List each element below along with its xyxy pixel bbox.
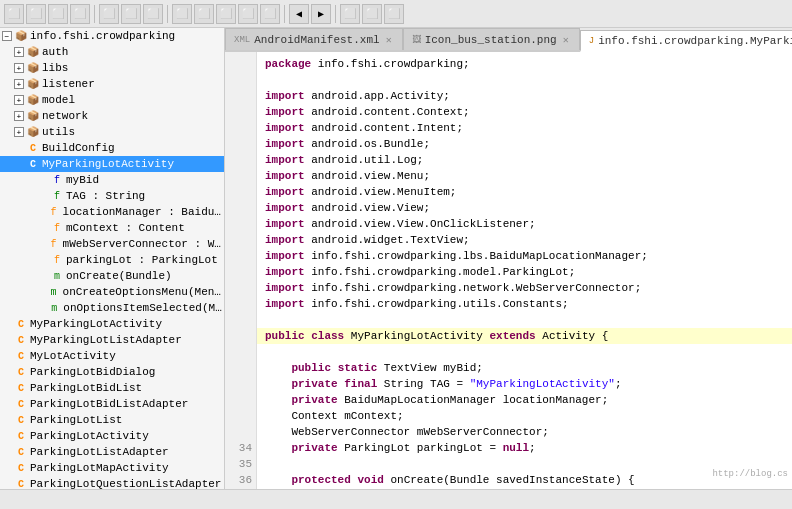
toolbar-btn-6[interactable]: ⬜ [121,4,141,24]
toolbar-btn-14[interactable]: ▶ [311,4,331,24]
expand-icon[interactable]: + [14,95,24,105]
line-number [225,424,256,440]
sidebar-item-s18[interactable]: monOptionsItemSelected(MenuItem) [0,300,224,316]
sidebar-item-s6[interactable]: +📦network [0,108,224,124]
line-number [225,168,256,184]
toolbar-btn-2[interactable]: ⬜ [26,4,46,24]
sidebar-item-s7[interactable]: +📦utils [0,124,224,140]
line-number: 36 [225,472,256,488]
line-number: 35 [225,456,256,472]
tab-close-btn[interactable]: ✕ [384,34,394,46]
item-type-icon: C [26,157,40,171]
sidebar-item-s11[interactable]: fTAG : String [0,188,224,204]
expand-icon[interactable]: + [14,127,24,137]
sidebar-item-s13[interactable]: fmContext : Content [0,220,224,236]
item-label: myBid [66,174,99,186]
expand-icon[interactable]: + [14,111,24,121]
line-number [225,376,256,392]
item-label: ParkingLotBidListAdapter [30,398,188,410]
sidebar-item-s23[interactable]: CParkingLotBidList [0,380,224,396]
img-icon: 🖼 [412,34,421,45]
item-type-icon: C [14,397,28,411]
sidebar-item-s8[interactable]: CBuildConfig [0,140,224,156]
expand-icon[interactable]: − [2,31,12,41]
item-type-icon: C [14,349,28,363]
toolbar-btn-5[interactable]: ⬜ [99,4,119,24]
code-line: import android.view.View.OnClickListener… [265,218,536,230]
sidebar-item-s17[interactable]: monCreateOptionsMenu(Menu) : hoo... [0,284,224,300]
item-label: ParkingLotQuestionListAdapter [30,478,221,489]
expand-icon[interactable]: + [14,47,24,57]
code-content[interactable]: package info.fshi.crowdparking; import a… [257,52,792,489]
toolbar-btn-11[interactable]: ⬜ [238,4,258,24]
toolbar-btn-13[interactable]: ◀ [289,4,309,24]
toolbar-btn-9[interactable]: ⬜ [194,4,214,24]
toolbar-btn-16[interactable]: ⬜ [362,4,382,24]
line-number [225,280,256,296]
sidebar-item-s28[interactable]: CParkingLotMapActivity [0,460,224,476]
tab-close-btn[interactable]: ✕ [561,34,571,46]
sidebar-item-s9[interactable]: CMyParkingLotActivity [0,156,224,172]
toolbar-btn-17[interactable]: ⬜ [384,4,404,24]
sidebar-item-s4[interactable]: +📦listener [0,76,224,92]
java-icon: J [589,36,594,46]
toolbar-sep-4 [335,5,336,23]
toolbar-btn-10[interactable]: ⬜ [216,4,236,24]
code-line: import android.view.View; [265,202,430,214]
item-type-icon: C [14,413,28,427]
toolbar-btn-8[interactable]: ⬜ [172,4,192,24]
sidebar: −📦info.fshi.crowdparking+📦auth+📦libs+📦li… [0,28,225,489]
sidebar-item-s21[interactable]: CMyLotActivity [0,348,224,364]
item-label: onOptionsItemSelected(MenuItem) [63,302,222,314]
code-line: import android.util.Log; [265,154,423,166]
sidebar-item-s16[interactable]: monCreate(Bundle) [0,268,224,284]
code-line: package info.fshi.crowdparking; [265,58,470,70]
sidebar-item-s10[interactable]: fmyBid [0,172,224,188]
item-type-icon: C [26,141,40,155]
toolbar-btn-7[interactable]: ⬜ [143,4,163,24]
tab-0[interactable]: XMLAndroidManifest.xml✕ [225,28,403,50]
toolbar-sep-1 [94,5,95,23]
sidebar-item-s20[interactable]: CMyParkingLotListAdapter [0,332,224,348]
toolbar-btn-12[interactable]: ⬜ [260,4,280,24]
item-type-icon: m [47,301,61,315]
sidebar-item-s27[interactable]: CParkingLotListAdapter [0,444,224,460]
toolbar-btn-4[interactable]: ⬜ [70,4,90,24]
toolbar-btn-1[interactable]: ⬜ [4,4,24,24]
sidebar-item-s29[interactable]: CParkingLotQuestionListAdapter [0,476,224,489]
expand-icon[interactable]: + [14,79,24,89]
sidebar-item-s1[interactable]: −📦info.fshi.crowdparking [0,28,224,44]
item-label: MyParkingLotActivity [30,318,162,330]
item-type-icon: f [50,221,64,235]
line-number [225,120,256,136]
code-line: import android.content.Context; [265,106,470,118]
sidebar-item-s22[interactable]: CParkingLotBidDialog [0,364,224,380]
sidebar-item-s15[interactable]: fparkingLot : ParkingLot [0,252,224,268]
toolbar-btn-15[interactable]: ⬜ [340,4,360,24]
sidebar-item-s26[interactable]: CParkingLotActivity [0,428,224,444]
item-label: network [42,110,88,122]
sidebar-item-s19[interactable]: CMyParkingLotActivity [0,316,224,332]
code-line: import info.fshi.crowdparking.model.Park… [265,266,575,278]
item-label: ParkingLotListAdapter [30,446,169,458]
sidebar-item-s12[interactable]: flocationManager : BaiduMapLocat... [0,204,224,220]
tab-2[interactable]: Jinfo.fshi.crowdparking.MyParkingLotActi… [580,30,792,52]
code-line: protected void onCreate(Bundle savedInst… [265,474,635,486]
item-type-icon: f [47,237,61,251]
item-label: libs [42,62,68,74]
code-line: private final String TAG = "MyParkingLot… [265,378,622,390]
line-number [225,152,256,168]
sidebar-item-s5[interactable]: +📦model [0,92,224,108]
sidebar-item-s24[interactable]: CParkingLotBidListAdapter [0,396,224,412]
sidebar-item-s25[interactable]: CParkingLotList [0,412,224,428]
toolbar-btn-3[interactable]: ⬜ [48,4,68,24]
item-type-icon: f [50,189,64,203]
sidebar-item-s14[interactable]: fmWebServerConnector : WebServer... [0,236,224,252]
tab-1[interactable]: 🖼Icon_bus_station.png✕ [403,28,580,50]
expand-icon[interactable]: + [14,63,24,73]
item-label: locationManager : BaiduMapLocat... [63,206,222,218]
toolbar-sep-2 [167,5,168,23]
sidebar-item-s3[interactable]: +📦libs [0,60,224,76]
code-line: import android.os.Bundle; [265,138,430,150]
sidebar-item-s2[interactable]: +📦auth [0,44,224,60]
